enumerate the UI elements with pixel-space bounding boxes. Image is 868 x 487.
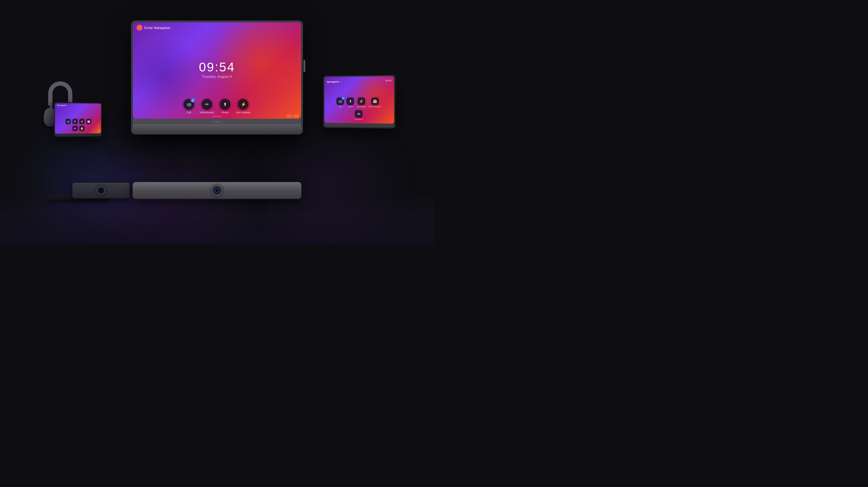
- tablet-voicemail-button[interactable]: ✉: [355, 110, 363, 118]
- action-item-share: ⬆ Share: [220, 99, 230, 114]
- monitor-chin: cisco: [133, 119, 301, 124]
- clock-date: Tuesday, August 9: [199, 75, 235, 78]
- small-icon-webex[interactable]: ⚡: [79, 119, 84, 124]
- monitor-bottom-controls: [287, 115, 299, 118]
- tablet-share-button[interactable]: ⬆: [347, 97, 354, 105]
- small-icon-notify[interactable]: 🔔: [79, 126, 84, 131]
- tablet-calendar-label: Room Calendar: [369, 106, 381, 108]
- ctrl-btn-2[interactable]: [293, 115, 299, 118]
- user-chevron-icon: ›: [171, 26, 172, 30]
- monitor-screen: Emily Nakagawa › 09:54 Tuesday, August 9…: [133, 22, 301, 119]
- share-button[interactable]: ⬆: [220, 99, 230, 110]
- main-soundbar: [133, 182, 301, 199]
- small-device-icons: 📹 ⬆ ⚡ 📅 ✉ 🔔: [63, 119, 93, 131]
- tablet-icon-item-calendar: 📅 Room Calendar: [369, 97, 381, 108]
- small-device: Springwise 📹 ⬆ ⚡ 📅 ✉ 🔔: [54, 102, 102, 137]
- monitor-actions: 📹 2 Call ✏ Whiteboard ⬆ Share: [184, 99, 251, 114]
- monitor-clock: 09:54 Tuesday, August 9: [199, 61, 235, 78]
- tablet-brand-label: Springwise: [327, 81, 339, 83]
- small-icon-voicemail[interactable]: ✉: [72, 126, 78, 131]
- small-device-screen: Springwise 📹 ⬆ ⚡ 📅 ✉ 🔔: [55, 103, 101, 134]
- whiteboard-button[interactable]: ✏: [202, 99, 213, 110]
- small-device-outer: Springwise 📹 ⬆ ⚡ 📅 ✉ 🔔: [54, 102, 101, 137]
- user-name: Emily Nakagawa: [144, 26, 170, 30]
- share-label: Share: [221, 111, 229, 114]
- tablet-icon-item-share: ⬆ Share: [347, 97, 354, 108]
- monitor-topbar: Emily Nakagawa ›: [133, 22, 301, 33]
- call-button[interactable]: 📹 2: [184, 99, 194, 110]
- webex-label: Join Webex: [236, 111, 251, 114]
- webcam-lens: [96, 186, 105, 195]
- tablet-chin: [324, 123, 394, 127]
- tablet-call-label: Call: [339, 106, 342, 108]
- whiteboard-label: Whiteboard: [200, 111, 214, 114]
- tablet-voicemail-label: Voicemail: [355, 118, 363, 120]
- ctrl-btn-1[interactable]: [287, 115, 292, 118]
- tablet-icon-item-call: 📹 2 Call: [336, 97, 344, 108]
- tablet-call-badge: 2: [342, 97, 345, 100]
- action-item-call: 📹 2 Call: [184, 99, 194, 114]
- tablet-chevron-icon: ›: [341, 81, 341, 83]
- small-icon-share[interactable]: ⬆: [72, 119, 78, 124]
- tablet-time: 09:54: [385, 79, 392, 82]
- call-badge: 2: [191, 98, 195, 102]
- tablet-topbar: Springwise › 09:54: [324, 76, 394, 85]
- monitor-handle: [304, 60, 305, 72]
- tablet-icons: 📹 2 Call ⬆ Share ⚡ Join Webex 📅 Room Cal…: [335, 97, 383, 121]
- webcam: [72, 183, 130, 198]
- small-device-brand: Springwise: [57, 104, 67, 106]
- tablet-webex-button[interactable]: ⚡: [358, 97, 365, 105]
- monitor-home-indicator: [213, 116, 221, 117]
- call-label: Call: [186, 111, 191, 114]
- soundbar-camera: [212, 185, 222, 196]
- small-icon-call[interactable]: 📹: [65, 119, 70, 124]
- tablet-icon-item-voicemail: ✉ Voicemail: [355, 110, 363, 120]
- clock-time: 09:54: [199, 61, 235, 73]
- table-surface: [0, 195, 434, 243]
- join-webex-button[interactable]: ⚡: [238, 99, 249, 110]
- tablet-icon-item-webex: ⚡ Join Webex: [356, 97, 366, 108]
- tablet-call-button[interactable]: 📹 2: [336, 97, 344, 105]
- action-item-whiteboard: ✏ Whiteboard: [200, 99, 214, 114]
- user-avatar: [136, 25, 143, 31]
- webex-icon: ⚡: [241, 102, 246, 107]
- tablet-calendar-button[interactable]: 📅: [371, 97, 379, 105]
- action-item-webex: ⚡ Join Webex: [236, 99, 251, 114]
- whiteboard-icon: ✏: [205, 102, 209, 107]
- small-icon-calendar[interactable]: 📅: [86, 119, 91, 124]
- tablet-screen: Springwise › 09:54 📹 2 Call ⬆ Share: [324, 76, 394, 124]
- tablet-device: Springwise › 09:54 📹 2 Call ⬆ Share: [322, 75, 395, 128]
- call-icon: 📹: [186, 102, 191, 107]
- tablet-brand-area: Springwise ›: [327, 78, 341, 84]
- monitor-outer: Emily Nakagawa › 09:54 Tuesday, August 9…: [131, 21, 303, 134]
- cisco-logo: cisco: [212, 121, 222, 123]
- small-device-chin: [55, 133, 101, 136]
- tablet-webex-label: Join Webex: [356, 106, 366, 108]
- monitor-speaker: [133, 124, 301, 132]
- tablet-outer: Springwise › 09:54 📹 2 Call ⬆ Share: [323, 75, 396, 128]
- camera-lens: [215, 188, 219, 192]
- share-icon: ⬆: [223, 102, 227, 107]
- small-device-topbar: Springwise: [55, 103, 101, 108]
- tablet-share-label: Share: [348, 106, 353, 108]
- main-monitor: Emily Nakagawa › 09:54 Tuesday, August 9…: [131, 21, 303, 134]
